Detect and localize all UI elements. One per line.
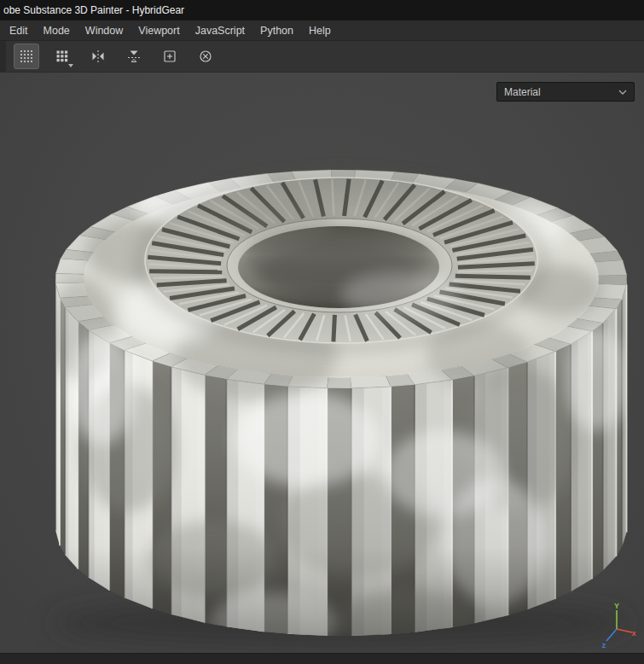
axis-y-label: Y (614, 602, 619, 610)
tool-grid-pattern[interactable] (49, 44, 75, 69)
plus-square-icon (162, 49, 177, 64)
axis-x-line (617, 629, 632, 632)
tool-add-frame[interactable] (157, 44, 183, 69)
gear-3d-model[interactable] (0, 73, 644, 653)
mirror-horizontal-icon (90, 49, 106, 64)
menu-help[interactable]: Help (301, 21, 339, 40)
shading-mode-value: Material (504, 86, 541, 98)
window-title: obe Substance 3D Painter - HybridGear (3, 4, 184, 16)
axis-z-label: z (602, 641, 606, 649)
tool-mirror-horizontal[interactable] (85, 44, 111, 69)
shading-mode-dropdown[interactable]: Material (496, 82, 635, 102)
menubar: Edit Mode Window Viewport JavaScript Pyt… (0, 20, 644, 41)
axis-z-line (606, 629, 617, 641)
tool-symmetry-origin[interactable] (193, 44, 218, 69)
axis-gizmo[interactable]: Y x z (596, 602, 637, 649)
chevron-down-icon (68, 64, 73, 67)
titlebar: obe Substance 3D Painter - HybridGear (0, 0, 644, 20)
toolbar (0, 41, 644, 73)
circle-cross-icon (198, 49, 213, 64)
menu-window[interactable]: Window (78, 21, 131, 40)
toolbar-drag-handle[interactable] (0, 41, 6, 72)
menu-mode[interactable]: Mode (36, 21, 78, 40)
tool-marquee-select[interactable] (14, 44, 39, 69)
bottom-bar (0, 653, 644, 664)
substance-painter-window: obe Substance 3D Painter - HybridGear Ed… (0, 0, 644, 664)
menu-viewport[interactable]: Viewport (131, 21, 187, 40)
grid-icon (55, 49, 70, 64)
axis-x-label: x (631, 629, 635, 638)
marquee-select-icon (19, 49, 34, 64)
mirror-vertical-icon (126, 49, 142, 64)
chevron-down-icon (618, 90, 627, 95)
menu-javascript[interactable]: JavaScript (188, 21, 252, 40)
menu-edit[interactable]: Edit (2, 21, 36, 40)
tool-mirror-vertical[interactable] (121, 44, 147, 69)
menu-python[interactable]: Python (252, 21, 301, 40)
viewport-3d[interactable]: Material Y x z (0, 73, 644, 653)
